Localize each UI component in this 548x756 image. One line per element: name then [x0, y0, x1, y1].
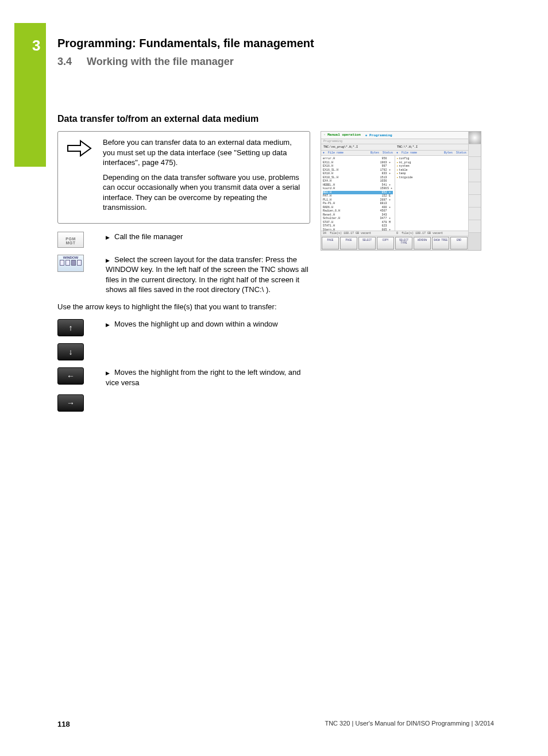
softkey[interactable]: COPY	[377, 237, 394, 250]
ss-softkey-row: PAGEPAGESELECTCOPYSELECT TYPEWINDOWSHOW …	[321, 236, 468, 250]
page-number: 118	[57, 720, 70, 728]
softkey[interactable]: PAGE	[322, 237, 339, 250]
ss-left-pane: error.H956EX11.H1963+EX16.H997EX16_SL.H1…	[321, 156, 395, 231]
section-number: 3.4	[57, 56, 72, 67]
chapter-number: 3	[32, 37, 40, 55]
intertext: Use the arrow keys to highlight the file…	[57, 302, 310, 312]
step-move-leftright: Moves the highlight from the right to th…	[106, 367, 310, 387]
info-paragraph-2: Depending on the data transfer software …	[103, 172, 303, 213]
chapter-tab	[14, 23, 46, 167]
ss-status-right: 0 file(s) 188.17 GB vacant	[395, 231, 468, 236]
ss-mode-left: ◦ Manual operation	[321, 132, 363, 139]
subsection-title: Data transfer to/from an external data m…	[57, 114, 494, 124]
chapter-title: Programming: Fundamentals, file manageme…	[57, 37, 494, 50]
ss-sidebar	[468, 132, 481, 250]
softkey[interactable]: END	[450, 237, 468, 250]
ss-path-left: TNC:\nc_prog\*.H;*.I	[321, 144, 395, 150]
ss-mode-right: ◈ Programming	[363, 132, 395, 139]
softkey[interactable]: PAGE	[340, 237, 357, 250]
step-select-layout: Select the screen layout for the data tr…	[106, 255, 310, 295]
softkey[interactable]: SELECT TYPE	[395, 237, 412, 250]
ss-right-pane: confignc_progsystemtabletemptncguide	[395, 156, 469, 231]
ss-submode: Programming	[321, 139, 468, 144]
ss-status-left: 34 file(s) 188.17 GB vacant	[321, 231, 395, 236]
arrow-right-icon	[65, 137, 94, 217]
softkey[interactable]: SHOW TREE	[432, 237, 449, 250]
info-paragraph-1: Before you can transfer data to an exter…	[103, 137, 303, 168]
page-footer: 118 TNC 320 | User's Manual for DIN/ISO …	[57, 720, 494, 728]
arrow-right-key[interactable]: →	[57, 394, 84, 412]
footer-text: TNC 320 | User's Manual for DIN/ISO Prog…	[325, 720, 494, 728]
file-manager-screenshot: ◦ Manual operation ◈ Programming Program…	[321, 131, 481, 251]
step-move-updown: Moves the highlight up and down within a…	[106, 319, 310, 329]
window-key[interactable]: WINDOW	[57, 255, 84, 272]
ss-path-right: TNC:\*.H;*.I	[395, 144, 468, 150]
info-box: Before you can transfer data to an exter…	[57, 131, 310, 224]
page-content: Programming: Fundamentals, file manageme…	[57, 37, 494, 419]
softkey[interactable]: WINDOW	[414, 237, 431, 250]
section-name: Working with the file manager	[87, 56, 234, 67]
pgm-mgt-key[interactable]: PGMMGT	[57, 232, 84, 248]
arrow-left-key[interactable]: ←	[57, 367, 84, 385]
arrow-up-key[interactable]: ↑	[57, 319, 84, 336]
step-call-file-manager: Call the file manager	[106, 232, 310, 242]
softkey[interactable]: SELECT	[358, 237, 376, 250]
section-heading: 3.4Working with the file manager	[57, 56, 494, 68]
arrow-down-key[interactable]: ↓	[57, 343, 84, 360]
gear-icon	[469, 132, 481, 144]
